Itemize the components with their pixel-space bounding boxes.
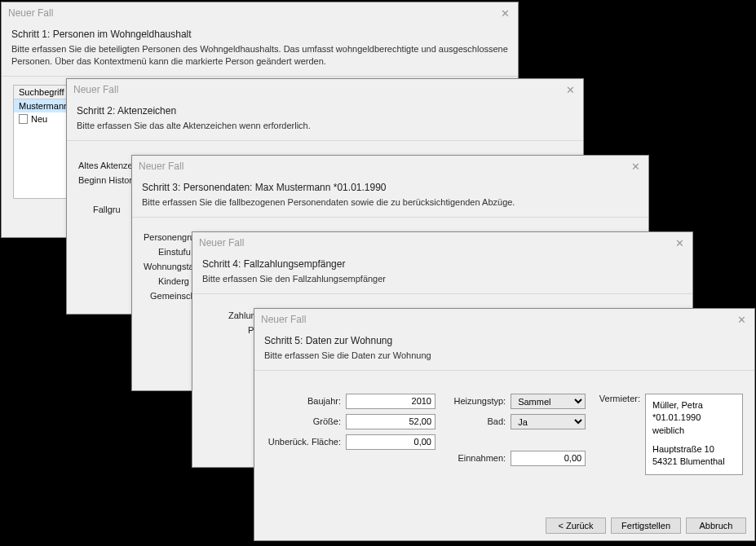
label-gemeinschaft: Gemeinsch bbox=[150, 291, 196, 301]
heizungstyp-select[interactable]: Sammel bbox=[511, 394, 586, 409]
vermieter-city: 54321 Blumenthal bbox=[652, 456, 736, 468]
label-vermieter: Vermieter: bbox=[599, 394, 640, 475]
vermieter-gender: weiblich bbox=[652, 425, 736, 437]
vermieter-name: Müller, Petra bbox=[652, 399, 736, 412]
dialog-title: Neuer Fall bbox=[73, 84, 118, 95]
dialog-title: Neuer Fall bbox=[139, 161, 183, 172]
wizard-step5-dialog: Neuer Fall ✕ Schritt 5: Daten zur Wohnun… bbox=[254, 308, 755, 541]
dialog-title: Neuer Fall bbox=[8, 7, 53, 19]
label-kindergeld: Kinderg bbox=[158, 276, 189, 286]
cancel-button[interactable]: Abbruch bbox=[686, 517, 746, 534]
label-wohnungstatus: Wohnungsta bbox=[144, 262, 194, 271]
close-icon[interactable]: ✕ bbox=[497, 6, 513, 20]
step-description: Bitte erfassen Sie den Fallzahlungsempfä… bbox=[202, 273, 683, 285]
close-icon[interactable]: ✕ bbox=[671, 236, 687, 250]
titlebar: Neuer Fall ✕ bbox=[2, 2, 518, 24]
button-bar: < Zurück Fertigstellen Abbruch bbox=[546, 517, 746, 534]
bad-select[interactable]: Ja bbox=[511, 414, 586, 429]
label-einnahmen: Einnahmen: bbox=[450, 453, 506, 463]
unberueck-flaeche-input[interactable] bbox=[346, 434, 435, 450]
vermieter-panel: Müller, Petra *01.01.1990 weiblich Haupt… bbox=[645, 394, 743, 475]
titlebar: Neuer Fall ✕ bbox=[132, 156, 648, 177]
step-title: Schritt 4: Fallzahlungsempfänger bbox=[202, 258, 683, 270]
new-label: Neu bbox=[31, 114, 47, 124]
einnahmen-input[interactable] bbox=[511, 451, 586, 466]
vermieter-street: Hauptstraße 10 bbox=[652, 443, 736, 456]
titlebar: Neuer Fall ✕ bbox=[67, 79, 583, 100]
step-description: Bitte erfassen Sie die beteiligten Perso… bbox=[11, 43, 508, 68]
label-einstufung: Einstufu bbox=[158, 247, 191, 257]
step-description: Bitte erfassen Sie die Daten zur Wohnung bbox=[264, 350, 745, 362]
document-icon bbox=[19, 114, 28, 124]
close-icon[interactable]: ✕ bbox=[562, 82, 578, 97]
label-baujahr: Baujahr: bbox=[266, 396, 341, 406]
baujahr-input[interactable] bbox=[346, 394, 435, 409]
finish-button[interactable]: Fertigstellen bbox=[611, 517, 681, 534]
label-fallgruppe: Fallgru bbox=[93, 205, 121, 214]
label-beginn-historie: Beginn Histor bbox=[78, 175, 132, 185]
step-title: Schritt 2: Aktenzeichen bbox=[77, 105, 573, 117]
vermieter-birth: *01.01.1990 bbox=[652, 412, 736, 424]
step-description: Bitte erfassen Sie das alte Aktenzeichen… bbox=[77, 120, 573, 132]
titlebar: Neuer Fall ✕ bbox=[254, 309, 754, 330]
step-title: Schritt 3: Personendaten: Max Mustermann… bbox=[142, 182, 639, 193]
step-title: Schritt 1: Personen im Wohngeldhaushalt bbox=[11, 29, 508, 40]
label-heizungstyp: Heizungstyp: bbox=[450, 396, 506, 406]
back-button[interactable]: < Zurück bbox=[546, 517, 606, 534]
step-description: Bitte erfassen Sie die fallbezogenen Per… bbox=[142, 196, 639, 209]
label-groesse: Größe: bbox=[266, 416, 341, 426]
groesse-input[interactable] bbox=[346, 414, 435, 429]
step-title: Schritt 5: Daten zur Wohnung bbox=[264, 335, 745, 346]
label-unberueck-flaeche: Unberück. Fläche: bbox=[266, 437, 341, 447]
close-icon[interactable]: ✕ bbox=[733, 312, 749, 327]
titlebar: Neuer Fall ✕ bbox=[192, 232, 692, 253]
label-bad: Bad: bbox=[450, 416, 506, 426]
dialog-title: Neuer Fall bbox=[199, 237, 244, 249]
dialog-title: Neuer Fall bbox=[261, 314, 306, 325]
close-icon[interactable]: ✕ bbox=[627, 159, 643, 174]
